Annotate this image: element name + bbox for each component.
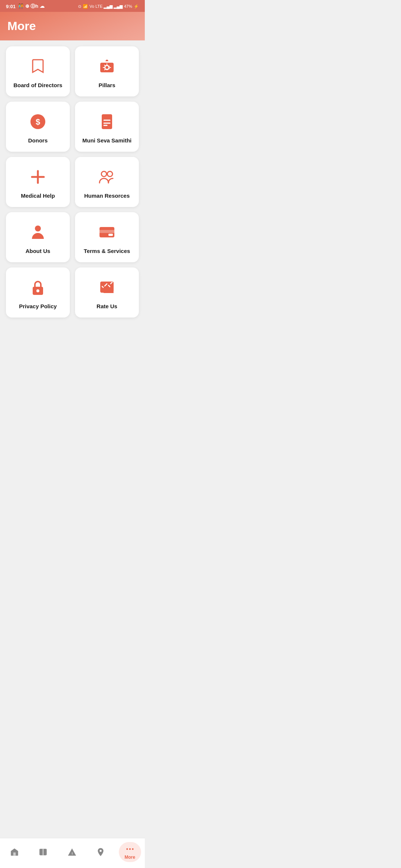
card-label-board-of-directors: Board of Directors bbox=[13, 82, 62, 88]
card-label-privacy-policy: Privacy Policy bbox=[19, 303, 57, 309]
card-terms-services[interactable]: Terms & Services bbox=[75, 212, 139, 262]
cards-grid: Board of Directors Pillars $ Donors bbox=[6, 46, 139, 318]
signal-icons: Vo LTE ▂▄▆ ▂▄▆ bbox=[89, 4, 123, 9]
card-rate-us[interactable]: Rate Us bbox=[75, 267, 139, 318]
svg-text:$: $ bbox=[36, 117, 40, 126]
status-time: 9:01 bbox=[6, 4, 16, 9]
content-area: Board of Directors Pillars $ Donors bbox=[0, 40, 145, 329]
card-label-medical-help: Medical Help bbox=[21, 193, 55, 199]
dollar-circle-icon: $ bbox=[28, 112, 48, 131]
card-label-rate-us: Rate Us bbox=[97, 303, 117, 309]
plus-icon bbox=[28, 167, 48, 187]
battery: 47% bbox=[124, 4, 132, 9]
card-human-resources[interactable]: Human Resorces bbox=[75, 157, 139, 207]
card-pillars[interactable]: Pillars bbox=[75, 46, 139, 96]
card-donors[interactable]: $ Donors bbox=[6, 102, 70, 152]
battery-bolt: ⚡ bbox=[134, 4, 139, 9]
svg-rect-15 bbox=[100, 230, 114, 233]
status-right: ⊙ 📶 Vo LTE ▂▄▆ ▂▄▆ 47% ⚡ bbox=[78, 4, 139, 9]
card-label-muni-seva-samithi: Muni Seva Samithi bbox=[82, 137, 132, 144]
wifi-icon: 📶 bbox=[83, 4, 88, 9]
document-icon bbox=[97, 112, 117, 131]
bookmark-icon bbox=[28, 57, 48, 76]
card-label-pillars: Pillars bbox=[98, 82, 115, 88]
status-left: 9:01 🧑‍🤝‍🧑 ⊕ Ⓓh ☁ bbox=[6, 3, 45, 10]
people-icon bbox=[97, 167, 117, 187]
card-board-of-directors[interactable]: Board of Directors bbox=[6, 46, 70, 96]
status-bar: 9:01 🧑‍🤝‍🧑 ⊕ Ⓓh ☁ ⊙ 📶 Vo LTE ▂▄▆ ▂▄▆ 47%… bbox=[0, 0, 145, 12]
page-title: More bbox=[7, 19, 137, 33]
card-label-terms-services: Terms & Services bbox=[84, 248, 130, 254]
card-medical-help[interactable]: Medical Help bbox=[6, 157, 70, 207]
lock-icon bbox=[28, 278, 48, 297]
card-privacy-policy[interactable]: Privacy Policy bbox=[6, 267, 70, 318]
location-icon: ⊙ bbox=[78, 4, 81, 9]
card-label-human-resources: Human Resorces bbox=[84, 193, 130, 199]
svg-point-13 bbox=[35, 226, 41, 231]
card-about-us[interactable]: About Us bbox=[6, 212, 70, 262]
rate-icon bbox=[97, 278, 117, 297]
svg-point-2 bbox=[105, 66, 108, 69]
card-icon bbox=[97, 223, 117, 242]
svg-point-11 bbox=[101, 171, 107, 177]
svg-point-12 bbox=[107, 171, 113, 177]
group-icon bbox=[28, 223, 48, 242]
card-label-donors: Donors bbox=[28, 137, 48, 144]
svg-point-18 bbox=[36, 289, 39, 292]
svg-rect-5 bbox=[102, 114, 112, 129]
status-icons: 🧑‍🤝‍🧑 ⊕ Ⓓh ☁ bbox=[18, 3, 45, 10]
card-muni-seva-samithi[interactable]: Muni Seva Samithi bbox=[75, 102, 139, 152]
card-label-about-us: About Us bbox=[26, 248, 50, 254]
camera-sparkle-icon bbox=[97, 57, 117, 76]
svg-rect-16 bbox=[108, 234, 113, 236]
